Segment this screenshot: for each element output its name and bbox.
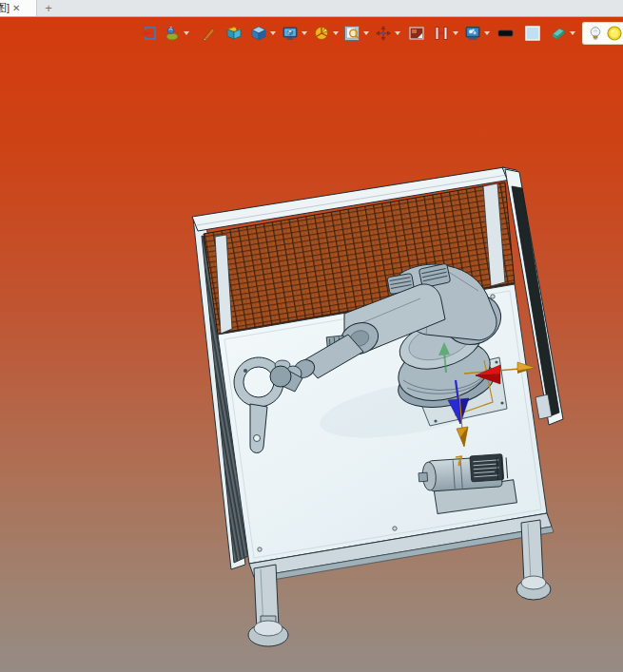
move-icon[interactable] xyxy=(375,25,392,42)
eraser-dropdown-chevron[interactable] xyxy=(570,31,575,35)
zoom-dropdown-chevron[interactable] xyxy=(363,31,369,35)
light-off-icon[interactable] xyxy=(587,25,604,42)
capture-icon[interactable] xyxy=(408,25,425,42)
scene-icon[interactable] xyxy=(464,25,481,42)
light-on-icon[interactable] xyxy=(606,25,623,42)
open-box-icon[interactable] xyxy=(225,25,243,42)
view-cube-dropdown-chevron[interactable] xyxy=(270,31,276,35)
black-swatch-icon[interactable] xyxy=(497,25,515,42)
section-pie-icon[interactable] xyxy=(313,25,330,42)
exit-viewer-icon[interactable] xyxy=(141,25,158,42)
display-style-icon[interactable] xyxy=(282,25,299,42)
app-window: { "window": { "tab": { "label": "图]", "c… xyxy=(0,0,623,672)
component-icon[interactable] xyxy=(164,25,181,42)
pen-markup-icon[interactable] xyxy=(201,25,218,42)
section-dropdown-chevron[interactable] xyxy=(333,31,339,35)
tab-bar: 图] ✕ + xyxy=(0,0,623,17)
measure-icon[interactable] xyxy=(433,25,450,42)
blue-swatch-icon[interactable] xyxy=(524,25,541,42)
viewport-canvas[interactable]: 7 xyxy=(0,17,623,672)
move-dropdown-chevron[interactable] xyxy=(395,31,400,35)
lighting-panel xyxy=(582,22,623,45)
measure-dropdown-chevron[interactable] xyxy=(453,31,458,35)
view-toolbar xyxy=(141,22,623,45)
view-cube-icon[interactable] xyxy=(250,25,267,42)
new-tab-button[interactable]: + xyxy=(37,0,60,16)
display-style-dropdown-chevron[interactable] xyxy=(302,31,307,35)
tab-close-icon[interactable]: ✕ xyxy=(12,0,20,16)
component-dropdown-chevron[interactable] xyxy=(184,31,189,35)
tab-title: 图] xyxy=(0,0,10,16)
document-tab[interactable]: 图] ✕ xyxy=(0,0,37,16)
eraser-icon[interactable] xyxy=(550,25,567,42)
scene-dropdown-chevron[interactable] xyxy=(484,31,490,35)
zoom-area-icon[interactable] xyxy=(343,25,360,42)
